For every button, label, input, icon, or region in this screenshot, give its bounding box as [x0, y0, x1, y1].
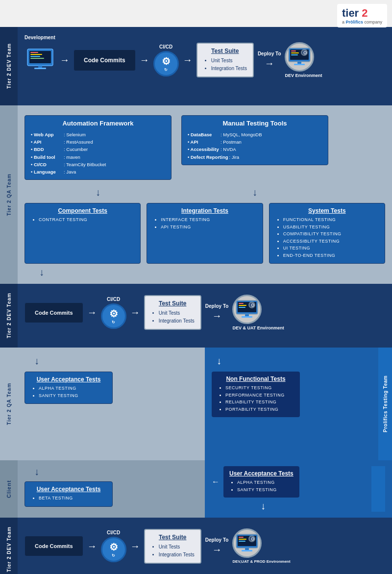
- svg-rect-13: [297, 62, 301, 64]
- svg-rect-6: [38, 66, 42, 68]
- code-commits-box-2: Code Commits: [24, 302, 83, 323]
- svg-rect-23: [245, 314, 249, 316]
- dev-team-content-2: Code Commits → CI/CD ⚙ ↻ → Test Suite Un…: [18, 284, 392, 348]
- qa-team-label-1: Tier 2 QA Team: [0, 105, 18, 284]
- svg-rect-10: [291, 50, 296, 51]
- uat-list-qa2: ALPHA TESTING SANITY TESTING: [31, 385, 106, 399]
- svg-rect-34: [242, 550, 252, 551]
- svg-rect-22: [239, 307, 245, 308]
- test-suite-title-2: Test Suite: [151, 300, 195, 307]
- dev-env-area-1: ⚙ DEV Environment: [285, 42, 322, 78]
- test-suite-title-3: Test Suite: [151, 534, 195, 541]
- cicd-area-2: CI/CD ⚙ ↻: [101, 297, 126, 329]
- logo-area: tier 2 a Prōlifics company: [337, 4, 387, 27]
- deploy-area-1: Deploy To →: [258, 51, 281, 69]
- dev-team-label-2: Tier 2 DEV Team: [0, 284, 18, 348]
- client-right-uat-list: ALPHA TESTING SANITY TESTING: [229, 479, 294, 493]
- uat-title-qa2: User Acceptance Tests: [31, 376, 106, 383]
- client-right-uat-box: User Acceptance Tests ALPHA TESTING SANI…: [223, 466, 299, 498]
- svg-rect-3: [30, 54, 42, 55]
- test-suite-list-1: Unit Tests Integration Tests: [203, 57, 247, 72]
- component-item-1: CONTRACT TESTING: [39, 217, 134, 224]
- qa2-right-area: ↓ Non Functional Tests SECURITY TESTING …: [205, 348, 392, 460]
- svg-rect-21: [239, 305, 246, 306]
- system-tests-box: System Tests FUNCTIONAL TESTING USABILIT…: [269, 203, 385, 264]
- arrow-down-dev2-right: ↓: [217, 355, 385, 367]
- ts2-item-2: Integration Tests: [159, 317, 195, 324]
- svg-rect-4: [30, 56, 40, 57]
- manual-kv-table: • DataBase: MySQL, MongoDB • API: Postma…: [188, 131, 322, 161]
- test-suite-item-2: Integration Tests: [211, 65, 247, 72]
- svg-rect-2: [30, 52, 38, 53]
- test-suite-list-3: Unit Tests Integration Tests: [151, 543, 195, 558]
- arrow-6: →: [87, 541, 97, 552]
- system-item-6: END-TO-END TESTING: [283, 252, 379, 259]
- qa-team-content-1: Automation Framework • Web App: Selenium…: [18, 105, 392, 284]
- client-right-area: ← User Acceptance Tests ALPHA TESTING SA…: [205, 460, 392, 518]
- client-right-arrow-row: ← User Acceptance Tests ALPHA TESTING SA…: [212, 466, 371, 498]
- prolifics-bar: Prolifics Testing Team: [378, 348, 392, 460]
- logo-tier2: tier 2: [342, 7, 382, 20]
- uat-item-2: SANITY TESTING: [39, 393, 106, 399]
- cicd-area-3: CI/CD ⚙ ↻: [101, 530, 126, 562]
- kv-db: • DataBase: MySQL, MongoDB: [188, 131, 322, 138]
- dev2-flow: Code Commits → CI/CD ⚙ ↻ → Test Suite Un…: [24, 290, 385, 330]
- system-item-4: ACCESSIBLITY TESTING: [283, 238, 379, 245]
- prolifics-bar-2: [371, 466, 385, 512]
- integration-list-qa1: INTERFACE TESTING API TESTING: [153, 217, 256, 230]
- env-label-1: DEV Environment: [285, 73, 322, 78]
- dev-team-section-3: Tier 2 DEV Team Code Commits → CI/CD ⚙ ↻…: [0, 518, 392, 574]
- arrow-7: →: [130, 541, 140, 552]
- code-commits-label-2: Code Commits: [35, 310, 73, 316]
- client-left-area: ↓ User Acceptance Tests BETA TESTING: [18, 460, 205, 518]
- env-icon-2: ⚙: [232, 295, 262, 324]
- test-suite-box-1: Test Suite Unit Tests Integration Tests: [196, 43, 254, 77]
- kv-buildtool: • Build tool: maven: [31, 153, 165, 161]
- arrow-down-qa1: ↓: [24, 267, 385, 278]
- kv-webapp: • Web App: Selenium: [31, 131, 165, 138]
- arrow-5: →: [130, 307, 140, 318]
- cicd-icon-1: ⚙ ↻: [153, 51, 179, 76]
- dev-team-section-1: Tier 2 DEV Team Development: [0, 27, 392, 105]
- arrow-down-manual: ↓: [181, 187, 328, 198]
- test-suite-item-1: Unit Tests: [211, 57, 247, 64]
- svg-text:⚙: ⚙: [250, 536, 255, 542]
- svg-rect-20: [239, 303, 244, 304]
- client-right-uat-item-2: SANITY TESTING: [237, 487, 294, 494]
- kv-api2: • API: Postman: [188, 138, 322, 146]
- code-commits-label-3: Code Commits: [35, 543, 73, 549]
- cicd-area-1: CI/CD ⚙ ↻: [153, 44, 179, 76]
- svg-rect-11: [291, 52, 299, 53]
- nft-item-1: SECURITY TESTING: [225, 385, 294, 392]
- uat-item-1: ALPHA TESTING: [39, 385, 106, 392]
- arrow-down-client-right: ↓: [261, 500, 371, 512]
- env-label-3: DEV,UAT & PROD Environment: [232, 559, 290, 564]
- svg-text:⚙: ⚙: [250, 302, 255, 308]
- manual-title: Manual Testing Tools: [188, 120, 322, 127]
- env-label-2: DEV & UAT Environment: [232, 325, 284, 330]
- cicd-icon-2: ⚙ ↻: [101, 303, 126, 329]
- component-tests-box: Component Tests CONTRACT TESTING: [24, 203, 141, 264]
- kv-cicd: • CI/CD: TeamCity Bitbucket: [31, 161, 165, 168]
- cicd-label-2: CI/CD: [101, 297, 126, 302]
- dev-env-area-2: ⚙ DEV & UAT Environment: [232, 295, 284, 330]
- monitor-icon-1: [24, 48, 56, 73]
- deploy-label-3: Deploy To: [205, 537, 229, 543]
- client-uat-item-1: BETA TESTING: [39, 495, 106, 502]
- deploy-area-2: Deploy To →: [205, 303, 229, 322]
- automation-box: Automation Framework • Web App: Selenium…: [24, 115, 172, 180]
- ts3-item-1: Unit Tests: [159, 543, 195, 550]
- client-section: Client ↓ User Acceptance Tests BETA TEST…: [0, 460, 392, 518]
- logo-prolifics: a Prōlifics company: [342, 20, 382, 25]
- test-suite-box-2: Test Suite Unit Tests Integration Tests: [144, 295, 201, 330]
- dev1-flow: → Code Commits → CI/CD ⚙ ↻ →: [24, 42, 385, 78]
- nft-item-2: PERFORMANCE TESTING: [225, 392, 294, 399]
- svg-rect-33: [245, 548, 249, 550]
- code-commits-box-1: Code Commits: [74, 50, 136, 71]
- code-commits-label-1: Code Commits: [84, 57, 125, 64]
- arrow-down-client: ↓: [34, 466, 198, 477]
- test-suite-list-2: Unit Tests Integration Tests: [151, 309, 195, 324]
- svg-text:⚙: ⚙: [303, 50, 307, 55]
- qa-team-section-1: Tier 2 QA Team Automation Framework • We…: [0, 105, 392, 284]
- svg-rect-12: [291, 54, 298, 55]
